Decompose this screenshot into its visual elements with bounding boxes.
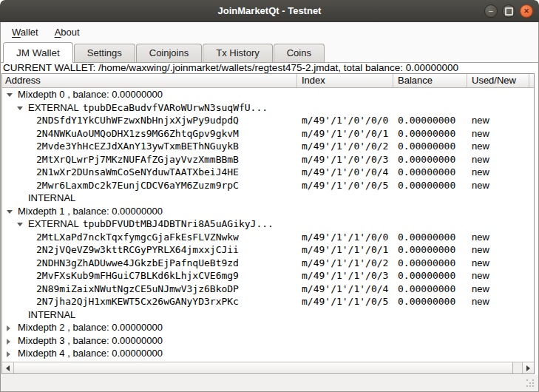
menu-wallet[interactable]: Wallet	[4, 24, 47, 40]
tree-row-address[interactable]: 2MtLXaPd7nckTqxfymgcGjaFkEsFLVZNwkwm/49'…	[2, 231, 534, 244]
balance-cell: 0.00000000	[398, 114, 455, 127]
resize-grip-icon[interactable]	[526, 379, 535, 388]
address-cell: 2NDHN3gZhADUwwe4JGkzbEjPafnqUeBt9zd	[36, 257, 239, 270]
mixdepth-label: Mixdepth 1 , balance: 0.00000000	[18, 205, 163, 218]
index-cell: m/49'/1'/0'/0/3	[302, 153, 388, 166]
maximize-icon	[505, 7, 513, 16]
branch-label: EXTERNAL	[28, 101, 79, 115]
tree-row-address[interactable]: 2N89miZaixNWutNgzCE5uNJmwV3jz6BkoDPm/49'…	[2, 283, 534, 296]
branch-label: INTERNAL	[28, 308, 75, 322]
collapse-arrow-icon[interactable]	[7, 93, 13, 97]
menu-about[interactable]: About	[47, 24, 88, 40]
tree-row-mixdepth[interactable]: Mixdepth 4 , balance: 0.00000000	[2, 347, 534, 360]
index-cell: m/49'/1'/1'/0/3	[302, 269, 388, 283]
column-header-used-new[interactable]: Used/New	[472, 74, 516, 87]
tree-row-address[interactable]: 2MtXrQLwrPj7MKzNUFAfZGjayVvzXmmBBmBm/49'…	[2, 153, 534, 166]
address-cell: 2MvFXsKub9mFHGuiC7BLKd6kLhjxCVE6mg9	[36, 269, 239, 283]
expand-arrow-icon[interactable]	[7, 325, 10, 331]
menu-wallet-rest: allet	[21, 27, 38, 38]
scrollbar-thumb[interactable]	[14, 362, 513, 374]
tree-row-branch[interactable]: INTERNAL	[2, 308, 534, 322]
column-divider[interactable]	[296, 74, 297, 87]
balance-cell: 0.00000000	[398, 153, 455, 166]
window-title: JoinMarketQt - Testnet	[0, 0, 539, 22]
balance-cell: 0.00000000	[398, 179, 455, 192]
status-cell: new	[472, 231, 489, 244]
column-header-address[interactable]: Address	[5, 74, 41, 87]
balance-cell: 0.00000000	[398, 243, 455, 257]
column-divider[interactable]	[393, 74, 393, 87]
horizontal-scrollbar[interactable]	[2, 362, 534, 374]
tree-row-address[interactable]: 2NDHN3gZhADUwwe4JGkzbEjPafnqUeBt9zdm/49'…	[2, 257, 534, 270]
index-cell: m/49'/1'/1'/0/5	[302, 295, 388, 308]
tree-row-address[interactable]: 2N4NWKuAoUMQoDHX1zs9MG6ZhtqGpv9gkvMm/49'…	[2, 127, 534, 141]
tree-row-address[interactable]: 2N1wXr2DUnsaWmCoSeNYduwTAATXbeiJ4HEm/49'…	[2, 166, 534, 179]
collapse-arrow-icon[interactable]	[17, 223, 23, 226]
index-cell: m/49'/1'/0'/0/0	[302, 114, 388, 127]
menu-about-rest: bout	[61, 27, 79, 38]
address-cell: 2N2jVQeVZ9w3kttRCGyPYRLX64jmxxjCJii	[36, 243, 239, 257]
address-cell: 2N7jha2QjH1xmKEWT5Cx26wGANyYD3rxPKc	[36, 295, 239, 308]
balance-cell: 0.00000000	[398, 140, 455, 153]
tree-row-address[interactable]: 2Mwr6LaxmDc2k7EunjCDCV6aYM6Zuzm9rpCm/49'…	[2, 179, 534, 192]
tab-tx-history[interactable]: Tx History	[203, 44, 273, 62]
app-window: JoinMarketQt - Testnet − ✕ Wallet About …	[0, 0, 539, 392]
tree-row-address[interactable]: 2N2jVQeVZ9w3kttRCGyPYRLX64jmxxjCJiim/49'…	[2, 243, 534, 257]
window-titlebar[interactable]: JoinMarketQt - Testnet − ✕	[0, 0, 539, 23]
tree-row-address[interactable]: 2NDSfdY1YkCUhWFzwxNbHnjxXjwPy9udpdQm/49'…	[2, 114, 534, 127]
balance-cell: 0.00000000	[398, 231, 455, 244]
balance-cell: 0.00000000	[398, 127, 455, 141]
tree-body: Mixdepth 0 , balance: 0.00000000EXTERNAL…	[2, 88, 534, 362]
status-cell: new	[472, 243, 489, 257]
scroll-right-button[interactable]	[522, 362, 534, 374]
column-header-index[interactable]: Index	[302, 74, 325, 87]
mixdepth-label: Mixdepth 4 , balance: 0.00000000	[18, 347, 163, 360]
balance-cell: 0.00000000	[398, 257, 455, 270]
scrollbar-track[interactable]	[513, 362, 522, 374]
menu-wallet-mnemonic: W	[12, 27, 21, 38]
tree-row-mixdepth[interactable]: Mixdepth 0 , balance: 0.00000000	[2, 88, 534, 101]
index-cell: m/49'/1'/0'/0/4	[302, 166, 388, 179]
tree-row-branch[interactable]: EXTERNALtpubDFVUDtMBJ4DBTNri8A5uAGikyJ..…	[2, 217, 534, 231]
collapse-arrow-icon[interactable]	[17, 107, 23, 110]
column-divider[interactable]	[467, 74, 467, 87]
column-header-balance[interactable]: Balance	[398, 74, 433, 87]
menu-bar: Wallet About	[0, 22, 539, 41]
scroll-left-button[interactable]	[2, 362, 14, 374]
collapse-arrow-icon[interactable]	[7, 210, 13, 214]
index-cell: m/49'/1'/1'/0/4	[302, 283, 388, 296]
expand-arrow-icon[interactable]	[7, 351, 10, 357]
minimize-button[interactable]: −	[484, 4, 498, 18]
balance-cell: 0.00000000	[398, 283, 455, 296]
index-cell: m/49'/1'/1'/0/1	[302, 243, 388, 257]
tab-coins[interactable]: Coins	[274, 44, 325, 62]
address-cell: 2N89miZaixNWutNgzCE5uNJmwV3jz6BkoDP	[36, 283, 239, 296]
tree-row-mixdepth[interactable]: Mixdepth 3 , balance: 0.00000000	[2, 334, 534, 348]
tab-settings[interactable]: Settings	[74, 44, 135, 62]
address-cell: 2N1wXr2DUnsaWmCoSeNYduwTAATXbeiJ4HE	[36, 166, 239, 179]
close-button[interactable]: ✕	[520, 4, 533, 18]
index-cell: m/49'/1'/1'/0/0	[302, 231, 388, 244]
tree-row-address[interactable]: 2MvFXsKub9mFHGuiC7BLKd6kLhjxCVE6mg9m/49'…	[2, 269, 534, 283]
mixdepth-label: Mixdepth 2 , balance: 0.00000000	[18, 321, 163, 334]
maximize-button[interactable]	[502, 4, 515, 18]
address-cell: 2Mwr6LaxmDc2k7EunjCDCV6aYM6Zuzm9rpC	[36, 179, 239, 192]
status-cell: new	[472, 114, 489, 127]
tree-row-branch[interactable]: INTERNAL	[2, 192, 534, 205]
expand-arrow-icon[interactable]	[7, 339, 10, 345]
tree-row-address[interactable]: 2N7jha2QjH1xmKEWT5Cx26wGANyYD3rxPKcm/49'…	[2, 295, 534, 308]
wallet-tab-page: CURRENT WALLET: /home/waxwing/.joinmarke…	[0, 62, 539, 375]
status-cell: new	[472, 295, 489, 308]
tree-row-mixdepth[interactable]: Mixdepth 2 , balance: 0.00000000	[2, 321, 534, 334]
status-cell: new	[472, 153, 489, 166]
tree-row-mixdepth[interactable]: Mixdepth 1 , balance: 0.00000000	[2, 205, 534, 218]
tab-coinjoins[interactable]: Coinjoins	[136, 44, 202, 62]
status-bar	[0, 375, 539, 392]
tree-row-address[interactable]: 2Mvde3YhHcEZJdXAnY13ywTxmBEThNGuykBm/49'…	[2, 140, 534, 153]
index-cell: m/49'/1'/1'/0/2	[302, 257, 388, 270]
tree-row-branch[interactable]: EXTERNALtpubDEcaBudvfVARoWUrwN3suqWfU...	[2, 101, 534, 115]
address-cell: 2MtLXaPd7nckTqxfymgcGjaFkEsFLVZNwkw	[36, 231, 239, 244]
column-divider[interactable]	[529, 74, 529, 87]
tab-jm-wallet[interactable]: JM Wallet	[3, 42, 73, 63]
address-cell: 2MtXrQLwrPj7MKzNUFAfZGjayVvzXmmBBmB	[36, 153, 239, 166]
